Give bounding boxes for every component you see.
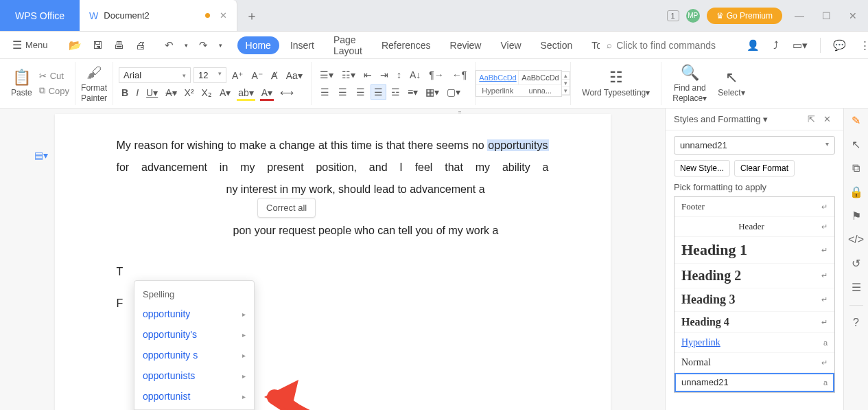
find-replace-button[interactable]: 🔍 Find and Replace▾ bbox=[667, 64, 712, 103]
close-button[interactable]: ✕ bbox=[843, 10, 863, 21]
upload-icon[interactable]: ⤴ bbox=[769, 36, 783, 54]
correct-all-button[interactable]: Correct all bbox=[257, 198, 316, 218]
font-color-button[interactable]: A▾ bbox=[259, 86, 275, 100]
bold-button[interactable]: B bbox=[119, 86, 131, 100]
document-tab[interactable]: W Document2 ✕ bbox=[80, 0, 237, 31]
app-tab[interactable]: WPS Office bbox=[0, 0, 80, 31]
styles-scroll-down[interactable]: ▾ bbox=[562, 80, 570, 87]
menu-button[interactable]: ☰ Menu bbox=[7, 36, 54, 54]
italic-button[interactable]: I bbox=[133, 86, 141, 100]
print-preview-icon[interactable]: 🖨 bbox=[131, 36, 150, 54]
suggestion-opportunists[interactable]: opportunists▸ bbox=[134, 365, 254, 386]
style-item-unnamed21[interactable]: unnamed21a bbox=[675, 373, 834, 392]
styles-scroll-up[interactable]: ▴ bbox=[562, 72, 570, 80]
align-right-button[interactable]: ☰ bbox=[353, 84, 368, 100]
font-size-select[interactable]: 12▾ bbox=[193, 67, 226, 83]
new-style-button[interactable]: New Style... bbox=[674, 160, 730, 176]
clear-format-button[interactable]: Clear Format bbox=[734, 160, 795, 176]
user-avatar[interactable]: MP bbox=[686, 9, 700, 23]
text-effects-button[interactable]: A▾ bbox=[217, 86, 233, 100]
underline-button[interactable]: U▾ bbox=[143, 86, 161, 100]
command-search[interactable]: ⌕ bbox=[607, 40, 740, 51]
clipboard-rail-icon[interactable]: ⧉ bbox=[852, 162, 860, 174]
current-style-select[interactable]: unnamed21 ▾ bbox=[674, 136, 835, 155]
style-item-hyperlink[interactable]: Hyperlinka bbox=[675, 333, 834, 353]
clear-formatting-icon[interactable]: A̸ bbox=[268, 69, 281, 82]
suggestion-opportunitys-apostrophe[interactable]: opportunity's▸ bbox=[134, 324, 254, 345]
suggestion-opportunity[interactable]: opportunity▸ bbox=[134, 304, 254, 324]
pin-icon[interactable]: ⇱ bbox=[804, 114, 819, 124]
fit-text-button[interactable]: ⟷ bbox=[277, 86, 296, 100]
open-icon[interactable]: 📂 bbox=[64, 36, 86, 54]
cloud-icon[interactable]: ▭▾ bbox=[788, 36, 812, 54]
style-item-heading-2[interactable]: Heading 2↵ bbox=[675, 264, 834, 288]
strikethrough-button[interactable]: A▾ bbox=[163, 86, 179, 100]
lock-rail-icon[interactable]: 🔒 bbox=[849, 185, 863, 198]
save-icon[interactable]: 🖫 bbox=[89, 36, 107, 54]
tab-section[interactable]: Section bbox=[532, 36, 581, 54]
close-tab-icon[interactable]: ✕ bbox=[220, 10, 227, 21]
edit-rail-icon[interactable]: ✎ bbox=[852, 114, 860, 127]
go-premium-button[interactable]: ♛ Go Premium bbox=[707, 8, 782, 24]
highlight-button[interactable]: ab▾ bbox=[235, 86, 257, 100]
share-icon[interactable]: 👤 bbox=[742, 36, 764, 54]
tab-insert[interactable]: Insert bbox=[282, 36, 322, 54]
style-item-normal[interactable]: Normal↵ bbox=[675, 353, 834, 373]
flag-rail-icon[interactable]: ⚑ bbox=[852, 209, 861, 223]
add-tab-button[interactable]: ＋ bbox=[237, 8, 266, 24]
copy-button[interactable]: ⧉Copy bbox=[39, 85, 69, 96]
style-item-heading-3[interactable]: Heading 3↵ bbox=[675, 288, 834, 312]
redo-icon[interactable]: ↷ bbox=[195, 36, 212, 54]
font-name-select[interactable]: Arial▾ bbox=[119, 67, 191, 83]
style-item-header[interactable]: Header↵ bbox=[675, 217, 834, 237]
layout-rail-icon[interactable]: ☰ bbox=[852, 281, 861, 294]
format-painter-button[interactable]: 🖌 Format Painter bbox=[81, 64, 107, 103]
suggestion-opportunity-s[interactable]: opportunity s▸ bbox=[134, 345, 254, 365]
styles-expand[interactable]: ▾ bbox=[562, 87, 570, 95]
code-rail-icon[interactable]: </> bbox=[848, 234, 864, 246]
style-item-heading-4[interactable]: Heading 4↵ bbox=[675, 312, 834, 333]
suggestion-opportunist[interactable]: opportunist▸ bbox=[134, 386, 254, 407]
minimize-button[interactable]: — bbox=[789, 10, 810, 21]
align-left-button[interactable]: ☰ bbox=[317, 84, 333, 100]
paragraph-1[interactable]: My reason for wishing to make a change a… bbox=[117, 135, 549, 201]
bullets-button[interactable]: ☰▾ bbox=[317, 68, 336, 82]
document-area[interactable]: ▤▾ My reason for wishing to make a chang… bbox=[0, 109, 665, 410]
shading-button[interactable]: ▦▾ bbox=[423, 85, 442, 99]
subscript-button[interactable]: X₂ bbox=[199, 86, 215, 100]
tab-view[interactable]: View bbox=[492, 36, 529, 54]
search-input[interactable] bbox=[616, 40, 740, 51]
align-center-button[interactable]: ☰ bbox=[335, 84, 351, 100]
tab-tools[interactable]: To‹ › bbox=[583, 36, 600, 54]
change-case-icon[interactable]: Aa▾ bbox=[283, 69, 305, 82]
ltr-button[interactable]: ¶→ bbox=[426, 68, 447, 82]
pointer-rail-icon[interactable]: ↖ bbox=[852, 138, 860, 151]
paste-button[interactable]: 📋 Paste bbox=[11, 69, 32, 98]
misspelled-word[interactable]: opportunitys bbox=[487, 139, 548, 151]
align-justify-button[interactable]: ☰ bbox=[371, 84, 386, 100]
style-item-heading-1[interactable]: Heading 1↵ bbox=[675, 237, 834, 264]
more-icon[interactable]: ⋮ bbox=[856, 36, 868, 54]
shrink-font-icon[interactable]: A⁻ bbox=[248, 69, 265, 82]
rtl-button[interactable]: ←¶ bbox=[449, 68, 470, 82]
window-count-badge[interactable]: 1 bbox=[667, 10, 679, 21]
line-spacing-button[interactable]: ≡▾ bbox=[405, 85, 421, 99]
undo-more-icon[interactable]: ▾ bbox=[180, 39, 192, 52]
styles-gallery[interactable]: AaBbCcDd AaBbCcDd Hyperlink unna... bbox=[476, 70, 562, 97]
sort-button[interactable]: ↕ bbox=[394, 68, 404, 82]
maximize-button[interactable]: ☐ bbox=[817, 10, 836, 21]
decrease-indent-button[interactable]: ⇤ bbox=[361, 68, 375, 82]
tab-page-layout[interactable]: Page Layout bbox=[325, 31, 371, 60]
tab-references[interactable]: References bbox=[373, 36, 439, 54]
text-direction-button[interactable]: A↓ bbox=[407, 68, 423, 82]
style-list[interactable]: Footer↵Header↵Heading 1↵Heading 2↵Headin… bbox=[674, 196, 835, 393]
outline-toggle-icon[interactable]: ▤▾ bbox=[34, 150, 48, 161]
close-pane-icon[interactable]: ✕ bbox=[819, 114, 835, 124]
paragraph-2[interactable]: pon your request people who can tell you… bbox=[117, 220, 549, 242]
tab-home[interactable]: Home bbox=[237, 36, 279, 54]
numbering-button[interactable]: ☷▾ bbox=[339, 68, 358, 82]
cut-button[interactable]: ✂Cut bbox=[39, 71, 69, 81]
feedback-icon[interactable]: 💬 bbox=[829, 36, 850, 54]
word-typesetting-button[interactable]: ☷ Word Typesetting▾ bbox=[576, 69, 655, 98]
grow-font-icon[interactable]: A⁺ bbox=[229, 69, 246, 82]
